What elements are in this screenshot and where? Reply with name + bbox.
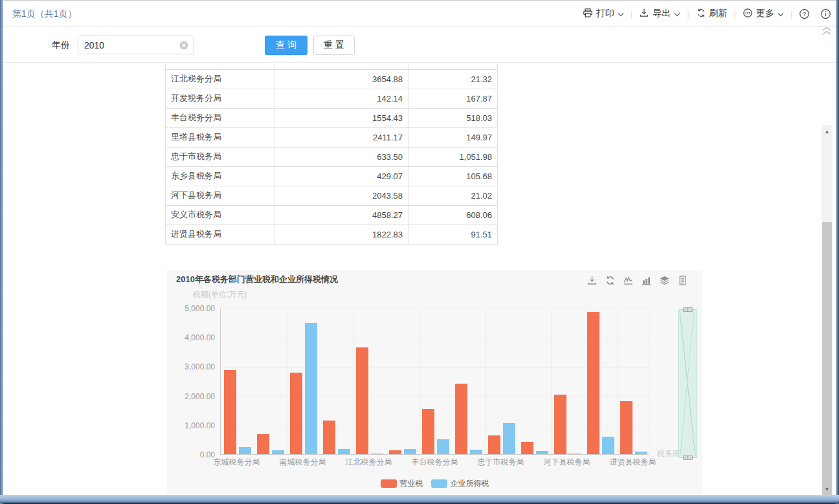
bar-营业税-10[interactable] xyxy=(554,395,566,454)
legend-item-income-tax[interactable]: 企业所得税 xyxy=(431,478,489,489)
legend-item-business-tax[interactable]: 营业税 xyxy=(381,478,423,489)
x-tick-label: 忠于市税务局 xyxy=(472,457,530,468)
table-row: 开发税务分局142.14167.87 xyxy=(166,89,498,108)
bar-企业所得税-3[interactable] xyxy=(338,449,350,454)
chart-layers-icon[interactable] xyxy=(659,275,670,289)
bar-企业所得税-1[interactable] xyxy=(272,450,284,454)
bar-营业税-11[interactable] xyxy=(587,312,599,454)
table-row: 安义市税务局4858.27608.06 xyxy=(166,205,498,225)
more-button[interactable]: 更多 xyxy=(743,8,784,20)
window-border-bottom xyxy=(0,495,839,504)
x-tick-label: 进贤县税务局 xyxy=(604,457,662,468)
table-cell: 4858.27 xyxy=(274,205,408,225)
chart-refresh-icon[interactable] xyxy=(605,275,616,289)
legend-swatch-income-tax xyxy=(431,479,447,488)
print-button[interactable]: 打印 xyxy=(583,8,624,20)
bar-企业所得税-11[interactable] xyxy=(602,437,614,454)
table-cell: 2411.17 xyxy=(274,127,408,147)
scroll-up-arrow[interactable]: ▲ xyxy=(822,126,833,137)
bar-企业所得税-7[interactable] xyxy=(470,450,482,454)
print-label: 打印 xyxy=(596,8,614,19)
year-label: 年份 xyxy=(52,27,70,63)
scroll-down-arrow[interactable]: ▼ xyxy=(822,484,833,495)
bar-营业税-4[interactable] xyxy=(356,347,368,454)
table-row: 河下县税务局2043.5821.02 xyxy=(166,186,498,205)
ellipsis-circle-icon xyxy=(743,8,753,20)
more-label: 更多 xyxy=(756,8,774,19)
datazoom-slider[interactable] xyxy=(678,309,697,458)
refresh-button[interactable]: 刷新 xyxy=(696,8,728,20)
refresh-label: 刷新 xyxy=(710,8,728,19)
table-cell: 河下县税务局 xyxy=(166,186,274,205)
chart-toolbar xyxy=(587,275,688,289)
gridline-horizontal xyxy=(221,309,649,309)
table-cell: 518.03 xyxy=(408,108,498,127)
bar-企业所得税-0[interactable] xyxy=(239,447,251,454)
table-cell: 东乡县税务局 xyxy=(166,166,274,186)
table-cell: 安义市税务局 xyxy=(166,205,274,225)
bar-营业税-5[interactable] xyxy=(389,450,401,454)
window-border-right xyxy=(836,0,839,504)
table-cell: 142.14 xyxy=(274,89,408,108)
plot-area xyxy=(220,309,649,455)
bar-企业所得税-10[interactable] xyxy=(569,454,581,454)
table-cell: 江北税务分局 xyxy=(166,69,274,89)
search-button[interactable]: 查 询 xyxy=(265,36,308,55)
toolbar-separator: | xyxy=(790,9,792,19)
x-tick-label: 河下县税务局 xyxy=(538,457,596,468)
table-cell: 忠于市税务局 xyxy=(166,147,274,166)
bar-企业所得税-8[interactable] xyxy=(503,423,515,454)
datazoom-handle-bottom[interactable] xyxy=(683,455,693,460)
bar-企业所得税-12[interactable] xyxy=(635,452,647,454)
chevron-down-icon xyxy=(618,8,624,19)
chart-download-icon[interactable] xyxy=(587,275,598,289)
bar-营业税-12[interactable] xyxy=(620,401,632,454)
bar-营业税-9[interactable] xyxy=(521,442,533,454)
clear-input-icon[interactable] xyxy=(179,41,188,50)
bar-营业税-7[interactable] xyxy=(455,384,467,454)
x-tick-label: 江北税务分局 xyxy=(340,457,398,468)
bar-企业所得税-5[interactable] xyxy=(404,449,416,454)
export-button[interactable]: 导出 xyxy=(639,8,680,20)
bar-营业税-8[interactable] xyxy=(488,435,500,454)
table-cell: 105.68 xyxy=(408,166,498,186)
report-content: 江北税务分局3654.8821.32开发税务分局142.14167.87丰台税务… xyxy=(3,63,836,495)
bar-企业所得税-4[interactable] xyxy=(371,454,383,454)
year-input[interactable] xyxy=(78,36,175,54)
scrollbar-thumb[interactable] xyxy=(822,222,832,495)
vertical-scrollbar[interactable]: ▲ ▼ xyxy=(822,125,833,495)
table-cell: 开发税务分局 xyxy=(166,89,274,108)
bar-营业税-0[interactable] xyxy=(224,370,236,454)
bar-营业税-3[interactable] xyxy=(323,421,335,454)
bar-企业所得税-2[interactable] xyxy=(305,323,317,454)
toolbar-separator: | xyxy=(631,9,632,19)
reset-button[interactable]: 重 置 xyxy=(313,36,355,55)
collapse-panel-icon[interactable] xyxy=(822,27,832,36)
bar-企业所得税-9[interactable] xyxy=(536,451,548,454)
gridline-vertical xyxy=(617,309,618,454)
bar-营业税-6[interactable] xyxy=(422,409,434,454)
chart-bar-type-icon[interactable] xyxy=(641,275,652,289)
table-cell: 167.87 xyxy=(408,89,498,108)
table-cell: 633.50 xyxy=(274,147,408,166)
gridline-vertical xyxy=(485,309,486,454)
bar-企业所得税-6[interactable] xyxy=(437,439,449,454)
table-row: 里塔县税务局2411.17149.97 xyxy=(166,127,498,147)
info-button[interactable] xyxy=(820,8,831,19)
window-border-top xyxy=(0,0,839,1)
bar-营业税-2[interactable] xyxy=(290,373,302,454)
tax-table: 江北税务分局3654.8821.32开发税务分局142.14167.87丰台税务… xyxy=(165,64,498,245)
chart-data-view-icon[interactable] xyxy=(677,275,688,289)
chart-line-type-icon[interactable] xyxy=(623,275,634,289)
bar-营业税-1[interactable] xyxy=(257,434,269,454)
x-tick-label: 丰台税务分局 xyxy=(406,457,464,468)
tax-bar-chart: 2010年各税务部门营业税和企业所得税情况 税额(单位:万元) 5,000.00… xyxy=(167,270,702,494)
table-cell: 里塔县税务局 xyxy=(166,127,274,147)
help-button[interactable]: ? xyxy=(799,8,810,19)
y-tick-label: 5,000.00 xyxy=(167,304,215,313)
gridline-vertical xyxy=(353,309,353,454)
datazoom-handle-top[interactable] xyxy=(683,307,693,312)
table-row: 进贤县税务局1822.8391.51 xyxy=(166,225,498,244)
legend-label: 企业所得税 xyxy=(451,478,489,489)
parameter-panel: 年份 查 询 重 置 xyxy=(3,27,836,63)
